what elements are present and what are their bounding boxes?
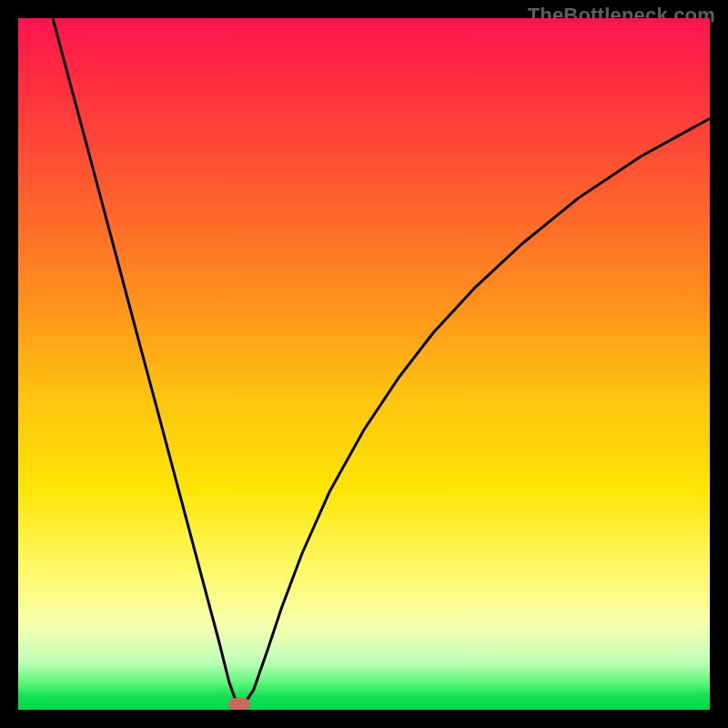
plot-area <box>18 18 710 710</box>
bottleneck-curve <box>53 18 710 705</box>
curve-svg <box>18 18 710 710</box>
optimal-point-marker <box>228 698 250 710</box>
chart-frame: TheBottleneck.com <box>0 0 728 728</box>
